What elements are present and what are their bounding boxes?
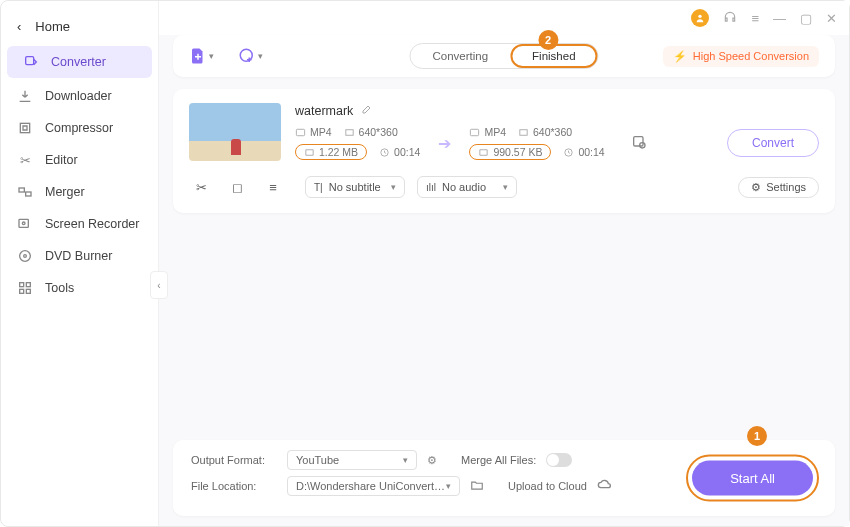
record-icon bbox=[17, 216, 33, 232]
sidebar-item-downloader[interactable]: Downloader bbox=[1, 80, 158, 112]
hsc-label: High Speed Conversion bbox=[693, 50, 809, 62]
audio-select[interactable]: ılılNo audio▾ bbox=[417, 176, 517, 198]
dst-size: 990.57 KB bbox=[469, 144, 551, 160]
svg-rect-3 bbox=[26, 192, 31, 196]
audio-value: No audio bbox=[442, 181, 486, 193]
sidebar-item-label: Compressor bbox=[45, 121, 113, 135]
lightning-icon: ⚡ bbox=[673, 50, 687, 63]
dst-format: MP4 bbox=[469, 126, 506, 138]
svg-rect-1 bbox=[20, 123, 29, 132]
sidebar-item-tools[interactable]: Tools bbox=[1, 272, 158, 304]
toolbar: ▾ ▾ 2 Converting Finished ⚡ High Speed C… bbox=[173, 35, 835, 77]
home-button[interactable]: ‹ Home bbox=[1, 9, 158, 44]
tab-converting[interactable]: Converting bbox=[410, 44, 510, 68]
file-card: watermark MP4 640*360 bbox=[173, 89, 835, 213]
sidebar-item-label: DVD Burner bbox=[45, 249, 112, 263]
converter-icon bbox=[23, 54, 39, 70]
output-settings-icon[interactable] bbox=[631, 134, 647, 153]
svg-point-6 bbox=[20, 251, 31, 262]
minimize-icon[interactable]: — bbox=[773, 11, 786, 26]
menu-icon[interactable]: ≡ bbox=[751, 11, 759, 26]
start-all-highlight: Start All bbox=[686, 455, 819, 502]
output-settings-icon[interactable]: ⚙ bbox=[427, 454, 437, 467]
headset-icon[interactable] bbox=[723, 10, 737, 27]
svg-point-5 bbox=[22, 222, 25, 225]
maximize-icon[interactable]: ▢ bbox=[800, 11, 812, 26]
subtitle-select[interactable]: T|No subtitle▾ bbox=[305, 176, 405, 198]
high-speed-conversion[interactable]: ⚡ High Speed Conversion bbox=[663, 46, 819, 67]
disc-icon bbox=[17, 248, 33, 264]
svg-rect-9 bbox=[26, 283, 30, 287]
arrow-icon: ➔ bbox=[438, 134, 451, 153]
tools-icon bbox=[17, 280, 33, 296]
more-button[interactable]: ≡ bbox=[261, 175, 285, 199]
sidebar-collapse-button[interactable]: ‹ bbox=[150, 271, 168, 299]
svg-rect-8 bbox=[20, 283, 24, 287]
dst-duration: 00:14 bbox=[563, 146, 604, 158]
output-format-select[interactable]: YouTube▾ bbox=[287, 450, 417, 470]
sidebar-item-label: Downloader bbox=[45, 89, 112, 103]
file-location-select[interactable]: D:\Wondershare UniConverter 1▾ bbox=[287, 476, 460, 496]
cloud-icon[interactable] bbox=[597, 477, 613, 495]
svg-rect-11 bbox=[26, 289, 30, 293]
crop-button[interactable]: ◻ bbox=[225, 175, 249, 199]
close-icon[interactable]: ✕ bbox=[826, 11, 837, 26]
file-name: watermark bbox=[295, 104, 353, 118]
tab-finished[interactable]: Finished bbox=[510, 44, 597, 68]
video-thumbnail[interactable] bbox=[189, 103, 281, 161]
add-file-button[interactable]: ▾ bbox=[189, 47, 214, 65]
sidebar-item-label: Screen Recorder bbox=[45, 217, 140, 231]
subtitle-value: No subtitle bbox=[329, 181, 381, 193]
add-file-icon bbox=[189, 47, 207, 65]
svg-rect-0 bbox=[26, 57, 34, 65]
svg-rect-4 bbox=[19, 219, 28, 227]
sidebar-item-label: Merger bbox=[45, 185, 85, 199]
merge-toggle[interactable] bbox=[546, 453, 572, 467]
settings-button[interactable]: ⚙ Settings bbox=[738, 177, 819, 198]
main-panel: ≡ — ▢ ✕ ▾ ▾ 2 Converting Finished ⚡ High… bbox=[159, 1, 849, 526]
file-location-label: File Location: bbox=[191, 480, 277, 492]
sidebar-item-dvd-burner[interactable]: DVD Burner bbox=[1, 240, 158, 272]
svg-rect-20 bbox=[633, 136, 642, 145]
src-resolution: 640*360 bbox=[344, 126, 398, 138]
upload-cloud-label: Upload to Cloud bbox=[508, 480, 587, 492]
src-size: 1.22 MB bbox=[295, 144, 367, 160]
chevron-down-icon: ▾ bbox=[209, 51, 214, 61]
svg-rect-15 bbox=[345, 129, 352, 135]
chevron-down-icon: ▾ bbox=[503, 182, 508, 192]
cut-button[interactable]: ✂ bbox=[189, 175, 213, 199]
titlebar: ≡ — ▢ ✕ bbox=[159, 1, 849, 35]
sidebar-item-screen-recorder[interactable]: Screen Recorder bbox=[1, 208, 158, 240]
svg-rect-18 bbox=[520, 129, 527, 135]
output-format-label: Output Format: bbox=[191, 454, 277, 466]
svg-rect-2 bbox=[19, 188, 24, 192]
dst-resolution: 640*360 bbox=[518, 126, 572, 138]
sidebar-item-label: Tools bbox=[45, 281, 74, 295]
sidebar: ‹ Home Converter Downloader Compressor ✂… bbox=[1, 1, 159, 526]
user-avatar[interactable] bbox=[691, 9, 709, 27]
svg-rect-17 bbox=[471, 129, 479, 135]
sidebar-item-converter[interactable]: Converter bbox=[7, 46, 152, 78]
svg-rect-10 bbox=[20, 289, 24, 293]
sidebar-item-label: Converter bbox=[51, 55, 106, 69]
gear-icon: ⚙ bbox=[751, 181, 761, 194]
svg-rect-14 bbox=[296, 129, 304, 135]
svg-point-12 bbox=[699, 15, 702, 18]
add-url-icon bbox=[238, 47, 256, 65]
edit-name-icon[interactable] bbox=[361, 103, 373, 118]
sidebar-item-editor[interactable]: ✂ Editor bbox=[1, 144, 158, 176]
download-icon bbox=[17, 88, 33, 104]
sidebar-item-merger[interactable]: Merger bbox=[1, 176, 158, 208]
back-icon: ‹ bbox=[17, 19, 21, 34]
convert-button[interactable]: Convert bbox=[727, 129, 819, 157]
start-all-button[interactable]: Start All bbox=[692, 461, 813, 496]
sidebar-item-compressor[interactable]: Compressor bbox=[1, 112, 158, 144]
src-format: MP4 bbox=[295, 126, 332, 138]
annotation-badge-1: 1 bbox=[747, 426, 767, 446]
merge-label: Merge All Files: bbox=[461, 454, 536, 466]
scissors-icon: ✂ bbox=[17, 152, 33, 168]
home-label: Home bbox=[35, 19, 70, 34]
open-folder-icon[interactable] bbox=[470, 478, 484, 494]
add-url-button[interactable]: ▾ bbox=[238, 47, 263, 65]
sidebar-item-label: Editor bbox=[45, 153, 78, 167]
